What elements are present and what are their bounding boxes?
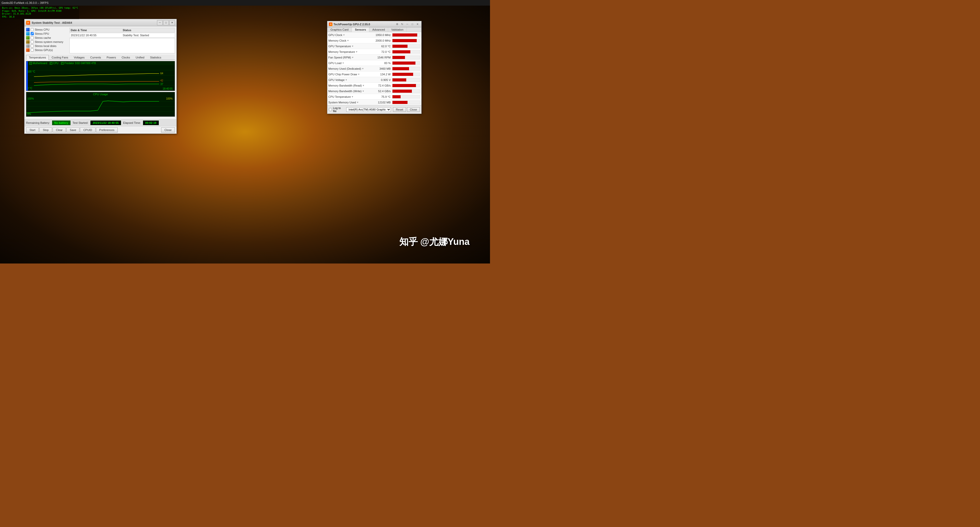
sensor-fan-speed-value: 1546 RPM bbox=[372, 56, 392, 59]
stress-mem-label: Stress system memory bbox=[35, 40, 63, 43]
gpuz-tab-graphics[interactable]: Graphics Card bbox=[327, 27, 352, 32]
sensor-arrow-12[interactable]: ▼ bbox=[356, 101, 359, 103]
cpuid-button[interactable]: CPUID bbox=[80, 127, 95, 132]
sensor-chip-power-name: GPU Chip Power Draw ▼ bbox=[328, 73, 372, 76]
overlay-line-1: Burn-in: 0min 38sec, 36fps (86 GFLOP/s),… bbox=[2, 6, 78, 10]
close-button[interactable]: Close bbox=[161, 127, 175, 132]
stress-disk-checkbox[interactable] bbox=[31, 45, 34, 48]
aida64-titlebar[interactable]: A System Stability Test - AIDA64 ─ □ ✕ bbox=[24, 19, 177, 26]
sensor-arrow-11[interactable]: ▼ bbox=[352, 96, 354, 98]
stress-mem-checkbox[interactable] bbox=[31, 40, 34, 43]
sensor-cpu-temp-name: CPU Temperature ▼ bbox=[328, 95, 372, 98]
legend-cpu-check[interactable] bbox=[50, 62, 52, 65]
aida64-minimize-button[interactable]: ─ bbox=[157, 20, 163, 25]
cpu-chart-right: 100% bbox=[166, 97, 173, 100]
gpuz-close-button[interactable]: ✕ bbox=[415, 22, 420, 26]
gpuz-maximize-button[interactable]: □ bbox=[410, 22, 415, 26]
gpuz-refresh-button[interactable]: ↻ bbox=[400, 22, 404, 26]
temperature-chart-container: Motherboard CPU Predator SSD GM7000 4TB … bbox=[26, 61, 175, 91]
log-status-header: Status bbox=[123, 29, 174, 32]
sensor-mem-temp: Memory Temperature ▼ 72.0 °C bbox=[327, 49, 421, 55]
sensor-arrow-5[interactable]: ▼ bbox=[342, 62, 344, 64]
overlay-log: Burn-in: 0min 38sec, 36fps (86 GFLOP/s),… bbox=[1, 6, 79, 19]
sensors-list: GPU Clock ▼ 1950.0 MHz Memory Clock ▼ 20… bbox=[327, 32, 421, 105]
sensor-arrow-3[interactable]: ▼ bbox=[355, 51, 358, 53]
sensor-fan-speed-bar-container bbox=[392, 56, 420, 59]
aida64-window-controls: ─ □ ✕ bbox=[157, 20, 175, 25]
stress-cache-label: Stress cache bbox=[35, 36, 51, 39]
tab-clocks[interactable]: Clocks bbox=[119, 55, 133, 60]
reset-button[interactable]: Reset bbox=[393, 107, 406, 112]
gpuz-titlebar[interactable]: G TechPowerUp GPU-Z 2.55.0 ⚙ ↻ ─ □ ✕ bbox=[327, 21, 421, 27]
tab-statistics[interactable]: Statistics bbox=[147, 55, 164, 60]
sensor-gpu-load-bar bbox=[393, 62, 415, 65]
sensor-arrow-8[interactable]: ▼ bbox=[345, 79, 347, 81]
sensor-gpu-clock-value: 1950.0 MHz bbox=[372, 33, 392, 37]
stress-cpu-item: Stress CPU bbox=[26, 28, 67, 32]
clear-button[interactable]: Clear bbox=[52, 127, 66, 132]
watermark: 知乎 @尤娜Yuna bbox=[399, 236, 469, 248]
preferences-button[interactable]: Preferences bbox=[96, 127, 118, 132]
sensor-arrow-2[interactable]: ▼ bbox=[352, 45, 354, 48]
gpuz-tab-validation[interactable]: Validation bbox=[388, 27, 407, 32]
sensor-arrow-6[interactable]: ▼ bbox=[361, 67, 364, 70]
legend-motherboard-check[interactable] bbox=[29, 62, 32, 65]
legend-ssd-check[interactable] bbox=[61, 62, 64, 65]
log-status-value: Stability Test: Started bbox=[123, 34, 174, 37]
stress-disk-label: Stress local disks bbox=[35, 45, 56, 48]
aida64-close-button[interactable]: ✕ bbox=[169, 20, 175, 25]
aida64-content: Stress CPU Stress FPU Stress cache Stres… bbox=[24, 26, 177, 119]
gpuz-title: TechPowerUp GPU-Z 2.55.0 bbox=[334, 23, 370, 26]
start-button[interactable]: Start bbox=[26, 127, 39, 132]
stress-fpu-checkbox[interactable] bbox=[31, 32, 34, 35]
gpuz-titlebar-left: G TechPowerUp GPU-Z 2.55.0 bbox=[329, 22, 370, 26]
sensor-arrow-9[interactable]: ▼ bbox=[362, 84, 364, 87]
tab-powers[interactable]: Powers bbox=[104, 55, 119, 60]
sensor-memory-clock-value: 2000.0 MHz bbox=[372, 39, 392, 42]
gpuz-tab-sensors[interactable]: Sensors bbox=[352, 27, 369, 32]
stress-cpu-checkbox[interactable] bbox=[31, 28, 34, 31]
stop-button[interactable]: Stop bbox=[39, 127, 52, 132]
tab-unified[interactable]: Unified bbox=[133, 55, 147, 60]
save-button[interactable]: Save bbox=[67, 127, 80, 132]
stress-cpu-label: Stress CPU bbox=[35, 28, 49, 31]
cpu-icon bbox=[26, 28, 30, 32]
sensor-gpu-temp-bar bbox=[393, 45, 407, 48]
gpuz-buttons: Reset Close bbox=[393, 107, 420, 112]
chart-ymax: 100 °C bbox=[27, 70, 35, 73]
sensor-cpu-temp-bar bbox=[393, 95, 401, 98]
sensor-gpu-load: GPU Load ▼ 83 % bbox=[327, 60, 421, 66]
chart-time: 18:40:55 bbox=[163, 87, 173, 90]
stress-gpu-checkbox[interactable] bbox=[31, 48, 34, 52]
sensor-mem-bw-read-bar-container bbox=[392, 84, 420, 87]
sensor-arrow-4[interactable]: ▼ bbox=[352, 56, 354, 59]
sensor-arrow-10[interactable]: ▼ bbox=[362, 90, 364, 92]
sensor-arrow-7[interactable]: ▼ bbox=[358, 73, 360, 76]
gpu-select[interactable]: Intel(R) Arc(TM) A580 Graphics bbox=[346, 107, 391, 112]
log-date-value: 2023/11/22 18:40:55 bbox=[71, 34, 122, 37]
gpuz-tab-advanced[interactable]: Advanced bbox=[369, 27, 388, 32]
svg-text:64: 64 bbox=[161, 72, 164, 75]
sensor-fan-speed-name: Fan Speed (RPM) ▼ bbox=[328, 56, 372, 59]
aida64-maximize-button[interactable]: □ bbox=[163, 20, 169, 25]
battery-value: No battery bbox=[52, 121, 70, 125]
tab-voltages[interactable]: Voltages bbox=[71, 55, 88, 60]
sensor-cpu-temp: CPU Temperature ▼ 75.9 °C bbox=[327, 94, 421, 100]
tab-temperatures[interactable]: Temperatures bbox=[26, 55, 49, 60]
gpuz-settings-button[interactable]: ⚙ bbox=[395, 22, 399, 26]
sensor-arrow-0[interactable]: ▼ bbox=[343, 34, 345, 36]
tab-cooling-fans[interactable]: Cooling Fans bbox=[49, 55, 71, 60]
legend-cpu: CPU bbox=[50, 62, 59, 65]
cpu-chart-ymin: 0% bbox=[27, 113, 31, 115]
log-to-file-checkbox[interactable] bbox=[329, 108, 332, 111]
gpuz-close-button-2[interactable]: Close bbox=[407, 107, 420, 112]
aida64-action-buttons: Start Stop Clear Save CPUID Preferences … bbox=[24, 126, 177, 134]
stress-cache-checkbox[interactable] bbox=[31, 36, 34, 39]
tab-currents[interactable]: Currents bbox=[88, 55, 104, 60]
sensor-mem-temp-value: 72.0 °C bbox=[372, 50, 392, 53]
stress-options: Stress CPU Stress FPU Stress cache Stres… bbox=[26, 28, 67, 53]
sensor-memory-clock-name: Memory Clock ▼ bbox=[328, 39, 372, 42]
elapsed-label: Elapsed Time: bbox=[123, 121, 141, 124]
sensor-arrow-1[interactable]: ▼ bbox=[347, 39, 349, 42]
gpuz-minimize-button[interactable]: ─ bbox=[405, 22, 410, 26]
